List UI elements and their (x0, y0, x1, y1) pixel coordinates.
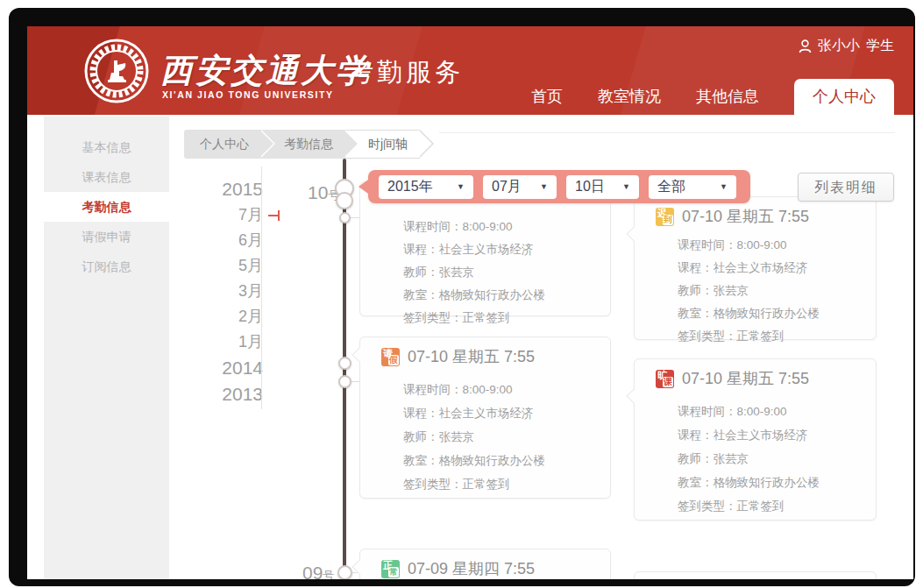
attendance-card: 迟到 07-10 星期五 7:55 课程时间：8:00-9:00 课程：社会主义… (634, 196, 877, 340)
timeline-node (337, 565, 352, 579)
main-nav: 首页 教室情况 其他信息 个人中心 (529, 79, 894, 115)
attendance-card-partial (634, 571, 877, 579)
university-name-zh: 西安交通大学 (160, 49, 371, 93)
timeline-node (338, 375, 351, 388)
card-tail (352, 348, 367, 363)
card-row-checkin-type: 签到类型：正常签到 (403, 307, 598, 329)
timeline-node (339, 212, 351, 223)
card-row-course: 课程：社会主义市场经济 (678, 423, 863, 447)
card-title: 07-10 星期五 7:55 (682, 206, 809, 227)
year-nav-2014[interactable]: 2014 (193, 355, 263, 381)
user-name: 张小小 (818, 37, 860, 55)
sidebar-item-attendance[interactable]: 考勤信息 (44, 192, 169, 222)
sidebar-item-schedule[interactable]: 课表信息 (44, 162, 169, 192)
dropdown-caret-icon: ▼ (720, 182, 728, 191)
card-tail (627, 389, 642, 404)
app-window: 西安交通大学 XI'AN JIAO TONG UNIVERSITY 考勤服务 张… (27, 26, 913, 579)
dropdown-caret-icon: ▼ (622, 182, 630, 191)
user-role: 学生 (866, 37, 894, 55)
card-row-course: 课程：社会主义市场经济 (403, 238, 598, 261)
year-nav-june[interactable]: 6月 (193, 228, 263, 253)
timeline-year-nav: 2015 7月 6月 5月 3月 2月 1月 2014 2013 (193, 176, 263, 407)
year-nav-july[interactable]: 7月 (193, 202, 263, 228)
year-nav-february[interactable]: 2月 (193, 304, 263, 329)
card-row-course: 课程：社会主义市场经济 (678, 257, 863, 280)
app-title: 考勤服务 (348, 55, 464, 90)
badge-absent-icon: 旷课 (656, 370, 674, 388)
nav-classrooms[interactable]: 教室情况 (596, 86, 663, 115)
day-select[interactable]: 10日▼ (566, 175, 639, 199)
card-row-course-time: 课程时间：8:00-9:00 (403, 378, 598, 401)
nav-home[interactable]: 首页 (529, 86, 564, 115)
badge-late-icon: 迟到 (656, 208, 674, 226)
breadcrumb-personal-center[interactable]: 个人中心 (184, 130, 261, 159)
card-row-course-time: 课程时间：8:00-9:00 (678, 234, 863, 257)
year-nav-march[interactable]: 3月 (193, 279, 263, 304)
list-detail-button[interactable]: 列表明细 (798, 173, 894, 202)
card-row-teacher: 教师：张芸京 (403, 261, 598, 284)
badge-normal-icon: 正常 (381, 560, 400, 578)
card-row-course: 课程：社会主义市场经济 (403, 401, 598, 425)
card-title: 07-10 星期五 7:55 (682, 368, 809, 389)
nav-other-info[interactable]: 其他信息 (694, 86, 761, 115)
year-nav-divider (261, 166, 262, 409)
card-title: 07-10 星期五 7:55 (408, 346, 535, 367)
card-row-classroom: 教室：格物致知行政办公楼 (678, 302, 863, 325)
card-row-teacher: 教师：张芸京 (678, 280, 863, 302)
filter-bar: 2015年▼ 07月▼ 10日▼ 全部▼ (368, 170, 750, 203)
user-icon (799, 39, 812, 53)
year-select[interactable]: 2015年▼ (379, 175, 473, 199)
current-month-tick-icon (268, 215, 280, 216)
sidebar-item-subscription[interactable]: 订阅信息 (44, 251, 169, 281)
card-row-checkin-type: 签到类型：正常签到 (678, 494, 863, 518)
card-row-checkin-type: 签到类型：正常签到 (403, 472, 598, 496)
day-marker-09[interactable]: 09号 (302, 563, 334, 579)
badge-leave-icon: 请假 (381, 348, 400, 366)
dropdown-caret-icon: ▼ (540, 182, 548, 191)
card-title: 07-09 星期四 7:55 (408, 558, 535, 579)
nav-personal-center[interactable]: 个人中心 (794, 79, 894, 115)
card-tail (627, 227, 642, 242)
type-select[interactable]: 全部▼ (649, 175, 736, 199)
card-row-checkin-type: 签到类型：正常签到 (678, 325, 863, 348)
user-info[interactable]: 张小小 学生 (799, 37, 894, 55)
university-name-en: XI'AN JIAO TONG UNIVERSITY (162, 89, 334, 100)
sidebar-item-basic-info[interactable]: 基本信息 (44, 132, 169, 162)
card-row-course-time: 课程时间：8:00-9:00 (403, 216, 598, 238)
card-row-classroom: 教室：格物致知行政办公楼 (678, 471, 863, 494)
sidebar-item-leave-request[interactable]: 请假申请 (44, 222, 169, 251)
year-nav-2013[interactable]: 2013 (193, 381, 263, 407)
card-row-classroom: 教室：格物致知行政办公楼 (403, 449, 598, 472)
year-nav-january[interactable]: 1月 (193, 329, 263, 355)
attendance-card: 旷课 07-10 星期五 7:55 课程时间：8:00-9:00 课程：社会主义… (634, 358, 877, 521)
year-nav-2015[interactable]: 2015 (193, 176, 263, 202)
divider (439, 132, 895, 133)
card-row-classroom: 教室：格物致知行政办公楼 (403, 284, 598, 307)
attendance-card: 正常 07-09 星期四 7:55 (359, 549, 611, 579)
card-row-teacher: 教师：张芸京 (678, 447, 863, 471)
university-logo-icon (83, 38, 150, 104)
attendance-card: 请假 07-10 星期五 7:55 课程时间：8:00-9:00 课程：社会主义… (359, 337, 611, 499)
header: 西安交通大学 XI'AN JIAO TONG UNIVERSITY 考勤服务 张… (27, 26, 913, 115)
timeline-node (338, 357, 351, 370)
dropdown-caret-icon: ▼ (457, 182, 465, 191)
timeline-node (336, 192, 353, 209)
screenshot-frame: 西安交通大学 XI'AN JIAO TONG UNIVERSITY 考勤服务 张… (9, 8, 915, 586)
breadcrumb: 个人中心 考勤信息 时j间轴 (184, 130, 420, 159)
card-row-course-time: 课程时间：8:00-9:00 (678, 400, 863, 423)
year-nav-may[interactable]: 5月 (193, 253, 263, 279)
month-select[interactable]: 07月▼ (483, 175, 557, 199)
sidebar: 基本信息 课表信息 考勤信息 请假申请 订阅信息 (44, 117, 169, 579)
card-row-teacher: 教师：张芸京 (403, 425, 598, 449)
